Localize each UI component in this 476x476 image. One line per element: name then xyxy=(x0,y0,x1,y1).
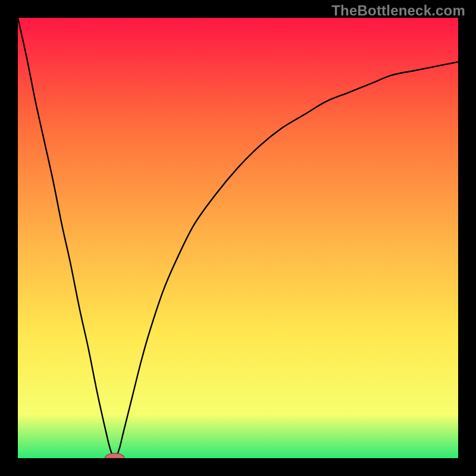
chart-frame: TheBottleneck.com xyxy=(0,0,476,476)
watermark-text: TheBottleneck.com xyxy=(331,2,465,19)
plot-area xyxy=(18,18,458,458)
gradient-background xyxy=(18,18,458,458)
plot-svg xyxy=(18,18,458,458)
